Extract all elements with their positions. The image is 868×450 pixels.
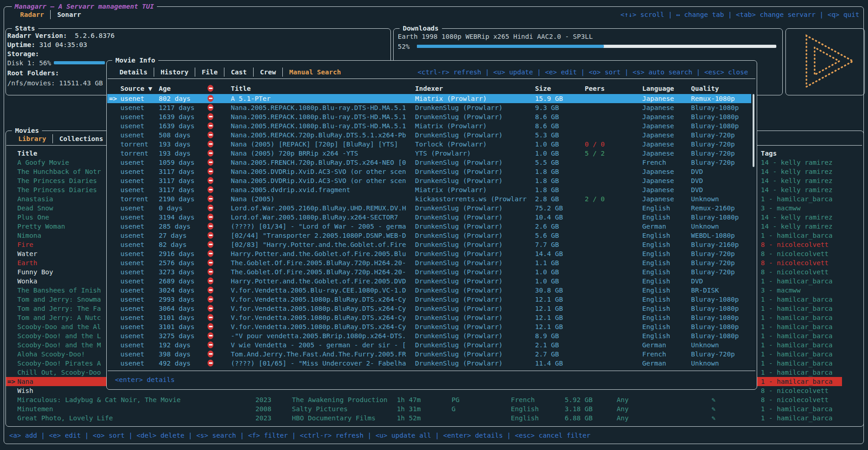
result-quality: DVD — [691, 185, 703, 194]
result-source[interactable]: usenet — [120, 185, 144, 194]
result-source[interactable]: torrent — [120, 149, 148, 158]
result-quality: Bluray-720p — [691, 267, 735, 277]
result-indexer: DrunkenSlug (Prowlarr) — [415, 258, 503, 267]
result-title[interactable]: V.for.Vendetta.2005.1080p.BluRay.DTS.x26… — [231, 313, 406, 322]
result-indexer: DrunkenSlug (Prowlarr) — [415, 231, 503, 240]
result-source[interactable]: usenet — [120, 131, 144, 140]
result-title[interactable]: [02/83] "Harry.Potter.and.the.Goblet.of.… — [231, 240, 406, 249]
tab-divider — [282, 68, 283, 77]
result-source[interactable]: usenet — [120, 295, 144, 304]
result-title[interactable]: [02/44] "Transporter 2.2005.1080P.DSNP.W… — [231, 231, 406, 240]
no-entry-icon — [208, 95, 213, 102]
result-title[interactable]: Nana.2005.FRENCH.720p.BluRay.DTS.x264-NE… — [231, 158, 406, 167]
result-indexer: DrunkenSlug (Prowlarr) — [415, 267, 503, 277]
no-entry-icon — [208, 159, 213, 166]
result-title[interactable]: Lord.of.War.2005.1080p.BluRay.x264-SECTO… — [231, 213, 398, 222]
no-entry-icon — [208, 150, 213, 157]
result-source[interactable]: usenet — [120, 231, 144, 240]
result-source[interactable]: usenet — [120, 304, 144, 313]
no-entry-icon — [208, 186, 213, 193]
movie-info-tab-file[interactable]: File — [202, 68, 218, 77]
result-source[interactable]: usenet — [120, 112, 144, 121]
tab-divider — [154, 68, 154, 77]
movie-info-tab-details[interactable]: Details — [120, 68, 147, 77]
result-title[interactable]: Nana (2005) [REPACK] [720p] [BluRay] [YT… — [231, 140, 398, 149]
result-source[interactable]: usenet — [120, 286, 144, 295]
result-source[interactable]: usenet — [120, 322, 144, 331]
result-quality: DVD — [691, 176, 703, 185]
result-title[interactable]: Nana.2005.REPACK.1080p.Blu-ray.DTS-HD.MA… — [231, 112, 406, 121]
result-title[interactable]: (????) [01/34] - "Lord of War - 2005 - g… — [231, 222, 406, 231]
result-title[interactable]: Nana.2005.REPACK.1080p.Blu-ray.DTS-HD.MA… — [231, 103, 406, 112]
result-title[interactable]: Harry.Potter.and.the.Goblet.of.Fire.2005… — [231, 277, 406, 286]
result-title[interactable]: V.for.Vendetta.2005.Blu-ray.CEE.1080p.VC… — [231, 286, 406, 295]
column-header-peers[interactable]: Peers — [585, 84, 605, 93]
result-indexer: DrunkenSlug (Prowlarr) — [415, 158, 503, 167]
result-age: 508 days — [159, 131, 191, 140]
result-size: 1.8 GB — [535, 167, 559, 176]
column-header-indexer[interactable]: Indexer — [415, 84, 443, 93]
result-source[interactable]: torrent — [120, 140, 148, 149]
result-title[interactable]: V.for.Vendetta.2005.1080p.BluRay.DTS.x26… — [231, 304, 406, 313]
result-title[interactable]: Nana (2005) — [231, 194, 275, 204]
result-title[interactable]: -"V pour vendetta.2005.BRrip.1080p.x264-… — [231, 331, 406, 340]
result-source[interactable]: usenet — [120, 240, 144, 249]
result-source[interactable]: usenet — [120, 267, 144, 277]
result-title[interactable]: V.for.Vendetta.2005.1080p.BluRay.DTS.x26… — [231, 322, 406, 331]
result-age: 1639 days — [159, 121, 195, 131]
movie-info-tab-manual-search[interactable]: Manual Search — [289, 68, 341, 77]
result-title[interactable]: Tom.And.Jerry.The.Fast.And.The.Furry.200… — [231, 350, 406, 359]
movie-info-tab-history[interactable]: History — [161, 68, 188, 77]
result-source[interactable]: usenet — [120, 340, 144, 350]
result-title[interactable]: (????) [01/65] - "Miss Undercover 2- Fab… — [231, 359, 406, 368]
result-source[interactable]: usenet — [120, 249, 144, 258]
no-entry-icon — [208, 259, 213, 266]
column-header-age[interactable]: Age — [159, 84, 171, 93]
result-title[interactable]: Nana.2005.REPACK.1080p.Blu-ray.DTS-HD.MA… — [231, 121, 406, 131]
result-title[interactable]: nana.2005.dvdrip.xvid.fragment — [231, 185, 350, 194]
modal-scrollbar[interactable] — [753, 94, 754, 167]
result-source[interactable]: usenet — [120, 313, 144, 322]
result-age: 3194 days — [159, 213, 195, 222]
result-source[interactable]: usenet — [120, 258, 144, 267]
result-indexer: DrunkenSlug (Prowlarr) — [415, 295, 503, 304]
result-title[interactable]: Lord.of.War.2005.2160p.BluRay.UHD.REMUX.… — [231, 204, 406, 213]
result-source[interactable]: usenet — [120, 94, 144, 103]
column-header-language[interactable]: Language — [642, 84, 674, 93]
result-title[interactable]: V.for.Vendetta.2005.1080p.BluRay.DTS.x26… — [231, 295, 406, 304]
result-source[interactable]: usenet — [120, 121, 144, 131]
result-source[interactable]: usenet — [120, 176, 144, 185]
result-source[interactable]: usenet — [120, 359, 144, 368]
result-source[interactable]: usenet — [120, 331, 144, 340]
result-title[interactable]: The.Goblet.Of.Fire.2005.BluRay.720p.H264… — [231, 267, 406, 277]
result-source[interactable]: usenet — [120, 222, 144, 231]
result-size: 15.9 GB — [535, 94, 563, 103]
result-source[interactable]: usenet — [120, 350, 144, 359]
result-title[interactable]: A 5.1-PTer — [231, 94, 270, 103]
column-header-quality[interactable]: Quality — [691, 84, 719, 93]
result-size: 75.2 GB — [535, 204, 563, 213]
result-quality: DVD — [691, 277, 703, 286]
result-title[interactable]: V wie Vendetta - 2005 - german - der sir… — [231, 340, 406, 350]
result-source[interactable]: usenet — [120, 167, 144, 176]
result-source[interactable]: usenet — [120, 277, 144, 286]
result-title[interactable]: Harry.Potter.and.the.Goblet.of.Fire.2005… — [231, 249, 406, 258]
result-source[interactable]: usenet — [120, 204, 144, 213]
column-header-source[interactable]: Source ▼ — [120, 84, 152, 93]
result-source[interactable]: usenet — [120, 213, 144, 222]
result-title[interactable]: The.Goblet.Of.Fire.2005.BluRay.720p.H264… — [231, 258, 406, 267]
result-title[interactable]: Nana.2005.DVDRip.XviD.AC3-SVO (or other … — [231, 176, 406, 185]
column-header-title[interactable]: Title — [231, 84, 251, 93]
movie-info-tab-crew[interactable]: Crew — [260, 68, 276, 77]
result-source[interactable]: usenet — [120, 103, 144, 112]
result-age: 492 days — [159, 359, 191, 368]
result-indexer: DrunkenSlug (Prowlarr) — [415, 313, 503, 322]
result-peers: 5 / 2 — [585, 149, 605, 158]
result-title[interactable]: Nana (2005) 720p BRRip x264 -YTS — [231, 149, 358, 158]
movie-info-tab-cast[interactable]: Cast — [231, 68, 247, 77]
column-header-size[interactable]: Size — [535, 84, 551, 93]
result-source[interactable]: usenet — [120, 158, 144, 167]
result-source[interactable]: torrent — [120, 194, 148, 204]
result-title[interactable]: Nana.2005.DVDRip.XviD.AC3-SVO (or other … — [231, 167, 406, 176]
result-title[interactable]: Nana.2005.REPACK.720p.BluRay.DTS.5.1.x26… — [231, 131, 406, 140]
